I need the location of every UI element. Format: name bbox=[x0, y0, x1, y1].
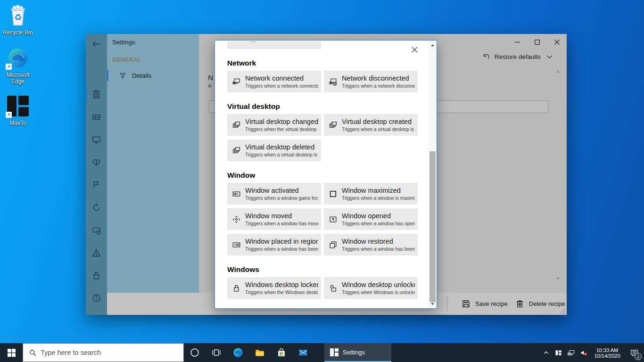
network-tray-icon[interactable] bbox=[565, 343, 578, 362]
edge-icon: ↗ bbox=[5, 46, 31, 70]
modal-scrollbar[interactable] bbox=[429, 41, 437, 308]
resize-grip[interactable] bbox=[560, 308, 565, 314]
trigger-tile[interactable]: Window openedTriggers when a window has … bbox=[324, 208, 418, 230]
warning-icon bbox=[92, 248, 101, 257]
nav-rail-item[interactable] bbox=[86, 264, 107, 287]
trigger-tile-title: Window maximized bbox=[342, 186, 415, 195]
nav-rail-item[interactable] bbox=[86, 128, 107, 151]
trigger-tile[interactable]: Network connectedTriggers when a network… bbox=[227, 71, 321, 92]
scroll-up-arrow[interactable] bbox=[554, 68, 562, 74]
trash-icon bbox=[515, 299, 529, 308]
maxto-app-icon bbox=[330, 348, 339, 356]
display-icon bbox=[92, 135, 101, 144]
trigger-tile[interactable]: Window placed in regionTriggers when a w… bbox=[227, 234, 321, 255]
trigger-tile-title: Network connected bbox=[245, 74, 318, 82]
edge-taskbar-button[interactable] bbox=[227, 343, 249, 362]
trigger-tile-desc: Triggers when a window is maximi bbox=[342, 195, 415, 201]
flag-icon bbox=[92, 181, 101, 189]
trigger-section-title: Windows bbox=[227, 265, 429, 274]
scrollbar-thumb[interactable] bbox=[429, 151, 436, 302]
trigger-tile[interactable]: Window movedTriggers when a window has m… bbox=[227, 208, 321, 230]
delete-recipe-button[interactable]: Delete recipe bbox=[515, 293, 565, 315]
scroll-down-arrow[interactable] bbox=[554, 275, 562, 282]
recycle-bin-icon: ♻ bbox=[5, 4, 31, 27]
nav-rail-item[interactable] bbox=[86, 287, 107, 309]
nav-rail-item[interactable] bbox=[86, 151, 107, 173]
virtual-desktop-icon bbox=[324, 121, 342, 129]
sync-icon bbox=[92, 203, 101, 212]
trigger-tile[interactable]: Network disconnectedTriggers when a netw… bbox=[324, 71, 418, 92]
action-center-button[interactable]: 1 bbox=[624, 343, 644, 362]
microsoft-store-button[interactable] bbox=[271, 343, 292, 362]
trigger-tile-title: Window moved bbox=[245, 212, 318, 220]
trigger-tile-desc: Triggers when a virtual desktop is d bbox=[245, 152, 318, 158]
file-explorer-button[interactable] bbox=[249, 343, 271, 362]
trigger-tile[interactable]: Virtual desktop deletedTriggers when a v… bbox=[227, 140, 321, 161]
task-view-button[interactable] bbox=[206, 343, 227, 362]
taskbar-search[interactable] bbox=[23, 343, 184, 362]
restore-defaults-button[interactable]: Restore defaults bbox=[482, 53, 553, 61]
footer-separator bbox=[447, 296, 447, 311]
desktop-icon-label: Microsoft Edge bbox=[1, 72, 35, 85]
settings-sidebar: Settings GENERAL Details bbox=[107, 34, 199, 293]
partial-trigger-tile[interactable]: Triggers when a monitor is disconn bbox=[227, 41, 321, 49]
nav-rail-item[interactable] bbox=[86, 219, 107, 241]
mail-button[interactable] bbox=[292, 343, 314, 362]
save-recipe-button[interactable]: Save recipe bbox=[462, 293, 508, 315]
network-disconnected-icon bbox=[324, 78, 342, 86]
trigger-tile-text: Virtual desktop changedTriggers when the… bbox=[245, 117, 318, 132]
trigger-tile-text: Window openedTriggers when a window has … bbox=[342, 212, 415, 227]
trigger-tile-title: Window desktop unlocked bbox=[342, 280, 415, 289]
nav-rail-item[interactable] bbox=[86, 241, 107, 264]
trigger-tile[interactable]: Window maximizedTriggers when a window i… bbox=[324, 183, 418, 205]
trigger-tile-title: Virtual desktop created bbox=[342, 117, 415, 126]
desktop-icon-microsoft-edge[interactable]: ↗ Microsoft Edge bbox=[1, 46, 35, 85]
desktop-icon-recycle-bin[interactable]: ♻ Recycle Bin bbox=[1, 4, 35, 36]
tray-chevron-up[interactable] bbox=[540, 343, 552, 362]
svg-text:♻: ♻ bbox=[14, 13, 22, 22]
notification-badge: 1 bbox=[635, 353, 642, 360]
trigger-tile-title: Virtual desktop deleted bbox=[245, 143, 318, 151]
nav-rail-item[interactable] bbox=[86, 106, 107, 128]
clipboard-icon bbox=[92, 90, 101, 99]
trigger-tile[interactable]: Window activatedTriggers when a window g… bbox=[227, 183, 321, 205]
cortana-button[interactable] bbox=[184, 343, 206, 362]
trigger-tile[interactable]: Window desktop unlockedTriggers when Win… bbox=[324, 277, 418, 299]
sidebar-title: Settings bbox=[112, 39, 135, 46]
trigger-tile-desc: Triggers when a window has move bbox=[245, 221, 318, 227]
close-icon[interactable] bbox=[408, 44, 421, 55]
trigger-tile-text: Network disconnectedTriggers when a netw… bbox=[342, 74, 415, 89]
nav-rail-item[interactable] bbox=[86, 173, 107, 196]
maxto-tray-icon[interactable] bbox=[552, 343, 565, 362]
virtual-desktop-icon bbox=[227, 121, 245, 129]
trigger-tile[interactable]: Virtual desktop changedTriggers when the… bbox=[227, 114, 321, 136]
search-input[interactable] bbox=[41, 349, 183, 356]
nav-rail-item[interactable] bbox=[86, 196, 107, 219]
trigger-tile-text: Window movedTriggers when a window has m… bbox=[245, 212, 318, 227]
trigger-tile-desc: Triggers when the Windows deskt bbox=[245, 289, 318, 296]
scroll-up-arrow[interactable] bbox=[429, 41, 437, 49]
nav-rail-item[interactable] bbox=[86, 83, 107, 106]
trigger-tile-desc: Triggers when a network connects bbox=[245, 83, 318, 89]
close-button[interactable] bbox=[547, 36, 567, 48]
taskbar-clock[interactable]: 10:33 AM 10/14/2020 bbox=[590, 347, 624, 359]
desktop-icon-maxto[interactable]: ↗ MaxTo bbox=[1, 94, 35, 126]
trigger-tile-desc: Triggers when a window has open bbox=[342, 221, 415, 227]
lock-icon bbox=[92, 271, 101, 280]
window-maximized-icon bbox=[324, 190, 342, 198]
start-button[interactable] bbox=[0, 343, 23, 362]
volume-muted-icon[interactable] bbox=[578, 343, 590, 362]
sidebar-item-details[interactable]: Details bbox=[107, 69, 199, 82]
trigger-grid: Network connectedTriggers when a network… bbox=[227, 71, 429, 92]
trigger-tile[interactable]: Windows desktop lockedTriggers when the … bbox=[227, 277, 321, 299]
taskbar-active-app[interactable]: Settings bbox=[324, 343, 391, 362]
maximize-button[interactable] bbox=[527, 36, 547, 48]
file-explorer-icon bbox=[255, 347, 265, 358]
trigger-tile[interactable]: Window restoredTriggers when a window ha… bbox=[324, 234, 418, 255]
trigger-tile[interactable]: Virtual desktop createdTriggers when a v… bbox=[324, 114, 418, 136]
trigger-tile-desc: Triggers when a monitor is disconn bbox=[245, 41, 318, 42]
back-button[interactable] bbox=[86, 37, 107, 51]
save-recipe-label: Save recipe bbox=[475, 300, 508, 307]
minimize-button[interactable] bbox=[507, 36, 527, 48]
scroll-down-arrow[interactable] bbox=[429, 300, 437, 307]
